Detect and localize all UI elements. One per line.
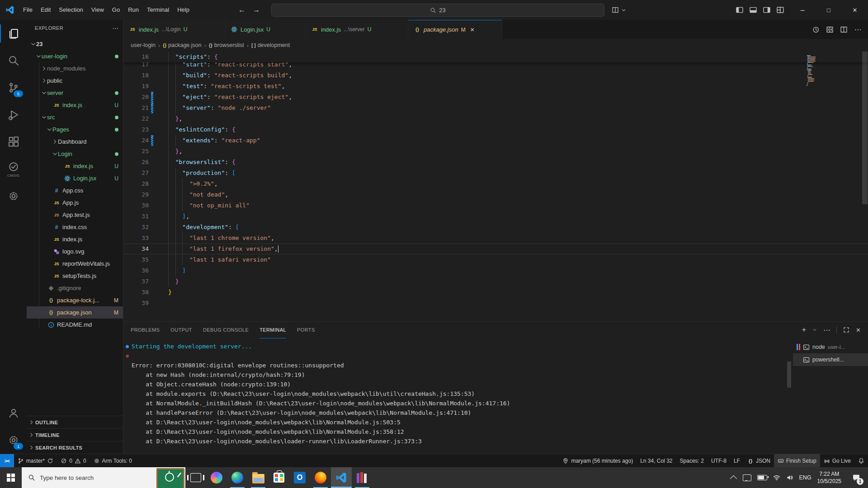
tree-item-login-jsx[interactable]: Login.jsxU: [27, 172, 123, 184]
code-line-38[interactable]: 38}: [123, 287, 868, 298]
activity-cmsis[interactable]: CMSIS: [0, 155, 27, 183]
close-button[interactable]: ✕: [842, 0, 868, 20]
section-timeline[interactable]: TIMELINE: [27, 428, 123, 441]
battery-icon[interactable]: [757, 475, 767, 480]
activity-explorer[interactable]: [0, 20, 27, 47]
split-editor-icon[interactable]: [840, 26, 848, 33]
tree-item-reportwebvitals-js[interactable]: JSreportWebVitals.js: [27, 258, 123, 270]
breadcrumb-item[interactable]: development: [258, 42, 290, 48]
minimize-button[interactable]: ─: [789, 0, 816, 20]
status-language-mode[interactable]: {}JSON: [744, 454, 774, 468]
tree-item-public[interactable]: public: [27, 75, 123, 87]
breadcrumb-item[interactable]: browserslist: [214, 42, 244, 48]
close-panel-icon[interactable]: ✕: [856, 327, 861, 333]
panel-tab-debug-console[interactable]: DEBUG CONSOLE: [203, 322, 249, 338]
wifi-icon[interactable]: [773, 474, 780, 481]
status-git-blame[interactable]: maryam (56 minutes ago): [559, 454, 637, 468]
tree-item-logo-svg[interactable]: logo.svg: [27, 245, 123, 258]
tree-item-readme-md[interactable]: README.md: [27, 319, 123, 331]
status-remote-indicator[interactable]: ><: [0, 454, 14, 468]
maximize-button[interactable]: □: [816, 0, 842, 20]
tab-close-icon[interactable]: ✕: [470, 27, 475, 33]
tree-item-app-css[interactable]: #App.css: [27, 184, 123, 197]
tab-index-js[interactable]: JSindex.js...\serverU: [306, 20, 408, 39]
status-notifications[interactable]: [854, 454, 868, 468]
section-outline[interactable]: OUTLINE: [27, 416, 123, 428]
code-line-21[interactable]: 21 "server": "node ./server": [123, 103, 868, 113]
taskbar-app-winrar[interactable]: [352, 467, 373, 488]
code-line-30[interactable]: 30 "not op_mini all": [123, 200, 868, 211]
activity-settings[interactable]: 1: [0, 427, 27, 454]
clock[interactable]: 7:22 AM 10/5/2025: [817, 470, 841, 485]
tree-item-index-js[interactable]: JSindex.jsU: [27, 99, 123, 111]
terminal-instance-node[interactable]: nodeuser-l...: [793, 341, 868, 353]
window-switcher[interactable]: [612, 0, 627, 20]
tree-item-pages[interactable]: Pages: [27, 123, 123, 136]
code-line-28[interactable]: 28 ">0.2%",: [123, 178, 868, 189]
more-actions-icon[interactable]: ⋯: [823, 326, 830, 334]
code-line-20[interactable]: 20 "eject": "react-scripts eject",: [123, 92, 868, 103]
tree-item-node-modules[interactable]: node_modules: [27, 62, 123, 75]
code-line-27[interactable]: 27 "production": [: [123, 168, 868, 178]
code-line-19[interactable]: 19 "test": "react-scripts test",: [123, 81, 868, 92]
tree-item-app-test-js[interactable]: JSApp.test.js: [27, 209, 123, 221]
menu-view[interactable]: View: [87, 0, 108, 20]
tree-item-setuptests-js[interactable]: JSsetupTests.js: [27, 270, 123, 282]
breadcrumb-item[interactable]: package.json: [168, 42, 202, 48]
status-encoding[interactable]: UTF-8: [708, 454, 730, 468]
menu-selection[interactable]: Selection: [55, 0, 87, 20]
go-back-icon[interactable]: ←: [238, 6, 245, 14]
panel-tab-problems[interactable]: PROBLEMS: [131, 322, 160, 338]
minimap[interactable]: [807, 55, 835, 88]
tree-item-login[interactable]: Login: [27, 148, 123, 160]
volume-icon[interactable]: [786, 474, 793, 481]
command-center-search[interactable]: 23: [271, 4, 604, 17]
more-actions-icon[interactable]: ⋯: [112, 24, 119, 32]
activity-extensions[interactable]: [0, 128, 27, 155]
command-error-icon[interactable]: ⊗: [126, 353, 129, 359]
tab-index-js[interactable]: JSindex.js...\LoginU: [123, 20, 225, 39]
toggle-sidebar-icon[interactable]: [736, 6, 744, 14]
taskbar-app-outlook[interactable]: O: [289, 467, 310, 488]
menu-help[interactable]: Help: [173, 0, 193, 20]
status-eol[interactable]: LF: [730, 454, 744, 468]
toggle-secondary-sidebar-icon[interactable]: [763, 6, 771, 14]
code-line-34[interactable]: 34 "last 1 firefox version",: [123, 244, 868, 254]
taskbar-app-task-view[interactable]: [185, 467, 206, 488]
tree-item-index-css[interactable]: #index.css: [27, 221, 123, 233]
timeline-history-icon[interactable]: [812, 26, 820, 33]
taskbar-app-firefox[interactable]: [310, 467, 331, 488]
tree-item-package-lock-j-[interactable]: {}package-lock.j...M: [27, 294, 123, 306]
activity-arm-tools[interactable]: [0, 183, 27, 210]
tree-item-index-js[interactable]: JSindex.jsU: [27, 160, 123, 172]
tree-item-user-login[interactable]: user-login: [27, 50, 123, 62]
breadcrumb-item[interactable]: user-login: [131, 42, 156, 48]
code-line-22[interactable]: 22 },: [123, 113, 868, 124]
taskbar-app-store[interactable]: [269, 467, 289, 488]
code-editor[interactable]: 16 "scripts": { 17 "start": "react-scrip…: [123, 52, 868, 322]
code-line-36[interactable]: 36 ]: [123, 265, 868, 276]
toggle-panel-icon[interactable]: [749, 6, 757, 14]
breadcrumb[interactable]: user-login›{}package.json›{}browserslist…: [123, 39, 868, 52]
code-line-33[interactable]: 33 "last 1 chrome version",: [123, 233, 868, 244]
menu-terminal[interactable]: Terminal: [143, 0, 173, 20]
menu-go[interactable]: Go: [108, 0, 124, 20]
tree-item-src[interactable]: src: [27, 111, 123, 123]
activity-source-control[interactable]: 5: [0, 74, 27, 101]
more-actions-icon[interactable]: ⋯: [854, 26, 862, 33]
code-line-31[interactable]: 31 ],: [123, 211, 868, 222]
customize-layout-icon[interactable]: [776, 6, 784, 14]
status-indentation[interactable]: Spaces: 2: [676, 454, 708, 468]
activity-search[interactable]: [0, 47, 27, 74]
panel-tab-terminal[interactable]: TERMINAL: [259, 322, 286, 338]
status-finish-setup[interactable]: Finish Setup: [774, 454, 820, 468]
section-search-results[interactable]: SEARCH RESULTS: [27, 441, 123, 454]
status-cursor-position[interactable]: Ln 34, Col 32: [637, 454, 676, 468]
tree-item-index-js[interactable]: JSindex.js: [27, 233, 123, 245]
sticky-line[interactable]: 16 "scripts": {: [123, 52, 868, 62]
editor-scrollbar[interactable]: [862, 52, 868, 322]
status-problems[interactable]: 00: [57, 454, 90, 468]
taskbar-app-file-explorer[interactable]: [248, 467, 269, 488]
display-device-icon[interactable]: [743, 474, 751, 481]
activity-accounts[interactable]: [0, 399, 27, 427]
